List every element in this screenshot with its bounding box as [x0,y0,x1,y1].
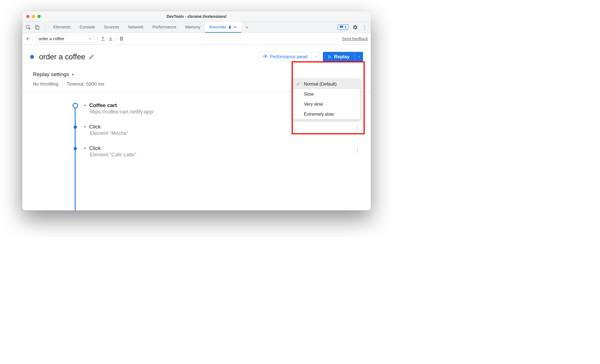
panel-tabs: Elements Console Sources Network Perform… [49,22,253,33]
replay-label: Replay [334,54,350,60]
step-subtitle: Element "Mocha" [90,130,128,136]
separator [45,24,45,30]
tab-network[interactable]: Network [124,22,148,33]
step-item[interactable]: Click Element "Mocha" ⋮ [72,119,371,141]
step-title: Coffee cart [89,102,117,108]
flask-icon [228,25,232,29]
recording-header: order a coffee Performance panel [22,45,371,62]
performance-panel-dropdown[interactable] [311,52,320,62]
export-button[interactable] [100,36,105,41]
separator [97,36,98,42]
send-feedback-link[interactable]: Send feedback [342,37,368,41]
recorder-toolbar: order a coffee Send feedback [22,33,371,45]
check-icon: ✓ [296,81,301,87]
step-more-button[interactable]: ⋮ [355,125,360,132]
step-subtitle: Element "Cafe Latte" [90,152,136,158]
separator [33,36,33,42]
tabs-bar: Elements Console Sources Network Perform… [22,22,371,33]
step-node-icon [72,103,78,108]
caret-right-icon [71,73,74,76]
tab-elements[interactable]: Elements [49,22,75,33]
close-tab-icon[interactable]: ✕ [233,25,237,29]
svg-rect-2 [37,26,39,29]
close-window-icon[interactable] [26,15,30,18]
window-controls [26,15,41,18]
step-more-button[interactable]: ⋮ [355,146,360,153]
speed-option-normal[interactable]: ✓ Normal (Default) [292,79,360,89]
inspect-icon[interactable] [26,25,31,30]
issues-button[interactable]: 1 [338,25,349,30]
replay-button[interactable]: Replay [323,52,363,62]
recording-select-value: order a coffee [38,36,64,41]
svg-point-3 [265,57,266,57]
status-dot-icon [30,55,34,59]
timeout-value: Timeout: 5000 ms [67,81,104,87]
chevron-double-right-icon: » [246,25,248,29]
step-node-icon [74,147,77,150]
speed-option-slow[interactable]: Slow [292,89,360,99]
step-title: Click [89,145,101,151]
issues-count: 1 [345,25,347,29]
titlebar: DevTools - chrome://extensions/ [22,11,371,22]
minimize-window-icon[interactable] [32,15,35,18]
step-title: Click [89,124,101,130]
step-item[interactable]: Click Element "Cafe Latte" ⋮ [72,141,371,162]
step-subtitle: https://coffee-cart.netlify.app/ [90,109,154,115]
device-toggle-icon[interactable] [35,25,40,30]
caret-right-icon [84,147,86,150]
more-tabs[interactable]: » [241,22,252,33]
recording-title: order a coffee [39,53,85,61]
caret-right-icon [84,104,86,107]
step-node-icon [74,125,77,129]
kebab-menu-icon[interactable]: ⋮ [362,24,367,31]
edit-title-button[interactable] [89,54,94,60]
performance-panel-button[interactable]: Performance panel [258,52,320,62]
tab-performance[interactable]: Performance [148,22,181,33]
tab-memory[interactable]: Memory [181,22,205,33]
window-title: DevTools - chrome://extensions/ [22,14,371,19]
devtools-window: DevTools - chrome://extensions/ Elements… [22,11,371,210]
throttling-value: No throttling [33,81,59,87]
tab-sources[interactable]: Sources [100,22,124,33]
tab-console[interactable]: Console [75,22,100,33]
performance-panel-label: Performance panel [270,54,308,59]
play-icon [328,55,332,59]
settings-icon[interactable] [352,25,358,30]
speed-option-extremely-slow[interactable]: Extremely slow [292,109,360,119]
import-button[interactable] [108,36,113,41]
separator [116,36,116,42]
separator [62,81,63,87]
caret-right-icon [84,125,86,128]
chevron-down-icon [88,37,92,41]
replay-settings-toggle[interactable]: Replay settings [33,71,363,77]
speed-option-very-slow[interactable]: Very slow [292,99,360,109]
replay-speed-menu: ✓ Normal (Default) Slow Very slow Extrem… [292,79,360,120]
gauge-icon [263,54,268,59]
delete-button[interactable] [119,36,124,41]
recording-select[interactable]: order a coffee [36,35,95,43]
tab-recorder[interactable]: Recorder ✕ [205,22,241,33]
new-recording-button[interactable] [25,36,30,41]
maximize-window-icon[interactable] [37,15,41,18]
replay-speed-dropdown[interactable] [355,52,363,62]
